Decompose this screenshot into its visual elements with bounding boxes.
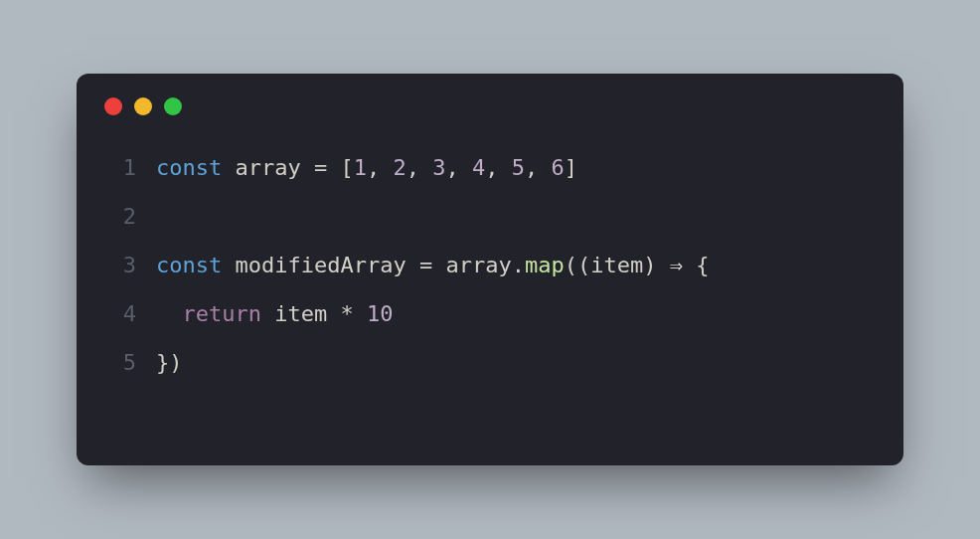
- bracket-open: [: [340, 155, 353, 180]
- code-line: 4 return item * 10: [104, 289, 876, 338]
- number-literal: 4: [472, 155, 485, 180]
- code-area: 1 const array = [1, 2, 3, 4, 5, 6] 2 3 c…: [77, 143, 903, 387]
- minimize-icon[interactable]: [134, 97, 152, 115]
- number-literal: 10: [367, 301, 394, 326]
- paren-close: ): [643, 253, 656, 277]
- line-number: 1: [104, 143, 136, 192]
- keyword-return: return: [183, 301, 261, 326]
- number-literal: 1: [354, 155, 367, 180]
- paren-open: (: [565, 253, 577, 277]
- number-literal: 3: [432, 155, 445, 180]
- comma: ,: [525, 155, 552, 180]
- line-number: 3: [104, 241, 136, 289]
- variable-array: array: [235, 155, 300, 180]
- keyword-const: const: [156, 253, 222, 277]
- code-editor-window: 1 const array = [1, 2, 3, 4, 5, 6] 2 3 c…: [77, 74, 903, 465]
- code-content: const modifiedArray = array.map((item) ⇒…: [156, 241, 709, 289]
- variable-array: array: [445, 253, 511, 277]
- code-content: return item * 10: [156, 289, 393, 338]
- operator-equals: =: [407, 253, 446, 277]
- comma: ,: [485, 155, 512, 180]
- operator-multiply: *: [327, 301, 367, 326]
- code-line: 2: [104, 192, 876, 241]
- operator-equals: =: [301, 155, 341, 180]
- number-literal: 5: [512, 155, 525, 180]
- window-controls: [77, 97, 903, 115]
- comma: ,: [445, 155, 472, 180]
- close-icon[interactable]: [104, 97, 122, 115]
- variable-modifiedarray: modifiedArray: [235, 253, 406, 277]
- paren-open: (: [577, 253, 590, 277]
- variable-item: item: [274, 301, 327, 326]
- brace-open: {: [696, 253, 709, 277]
- arrow-function: ⇒: [656, 253, 696, 277]
- code-line: 5 }): [104, 338, 876, 387]
- number-literal: 2: [393, 155, 406, 180]
- keyword-const: const: [156, 155, 222, 180]
- dot: .: [512, 253, 525, 277]
- line-number: 4: [104, 289, 136, 338]
- code-content: }): [156, 338, 183, 387]
- method-map: map: [525, 253, 565, 277]
- line-number: 5: [104, 338, 136, 387]
- brace-close: }: [156, 350, 169, 375]
- space: [261, 301, 274, 326]
- code-content: const array = [1, 2, 3, 4, 5, 6]: [156, 143, 577, 192]
- comma: ,: [367, 155, 394, 180]
- code-line: 3 const modifiedArray = array.map((item)…: [104, 241, 876, 289]
- maximize-icon[interactable]: [164, 97, 182, 115]
- bracket-close: ]: [565, 155, 577, 180]
- line-number: 2: [104, 192, 136, 241]
- number-literal: 6: [551, 155, 564, 180]
- indent: [156, 301, 183, 326]
- comma: ,: [407, 155, 433, 180]
- param-item: item: [590, 253, 643, 277]
- paren-close: ): [169, 350, 182, 375]
- code-line: 1 const array = [1, 2, 3, 4, 5, 6]: [104, 143, 876, 192]
